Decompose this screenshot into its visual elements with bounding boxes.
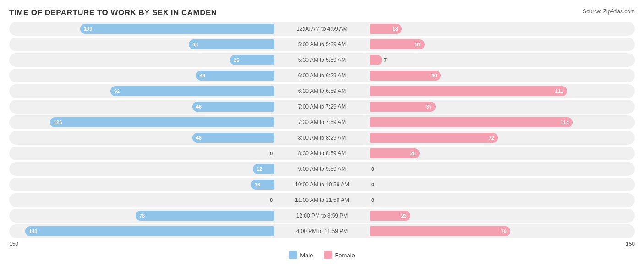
time-label: 8:30 AM to 8:59 AM <box>276 150 368 157</box>
time-label: 9:00 AM to 9:59 AM <box>276 166 368 172</box>
female-area: 40 <box>368 69 635 82</box>
female-value-label: 7 <box>384 57 387 63</box>
time-label: 10:00 AM to 10:59 AM <box>276 181 368 188</box>
female-area: 114 <box>368 115 635 129</box>
male-area: 46 <box>9 100 276 114</box>
axis-labels: 150 150 <box>9 240 635 248</box>
male-area: 126 <box>9 115 276 129</box>
female-value-label: 0 <box>371 182 374 187</box>
time-label: 12:00 PM to 3:59 PM <box>276 212 368 219</box>
male-area: 48 <box>9 38 276 51</box>
female-area: 0 <box>368 193 635 207</box>
male-bar: 48 <box>189 39 274 49</box>
chart-row: 10912:00 AM to 4:59 AM18 <box>9 22 635 36</box>
female-bar: 111 <box>370 86 567 96</box>
row-inner: 926:30 AM to 6:59 AM111 <box>9 84 635 98</box>
legend-male-box <box>289 251 297 259</box>
male-area: 109 <box>9 22 276 36</box>
time-label: 11:00 AM to 11:59 AM <box>276 197 368 203</box>
time-label: 12:00 AM to 4:59 AM <box>276 26 368 32</box>
female-area: 23 <box>368 209 635 223</box>
row-inner: 1310:00 AM to 10:59 AM0 <box>9 178 635 191</box>
male-bar: 126 <box>50 117 274 127</box>
row-inner: 467:00 AM to 7:29 AM37 <box>9 100 635 114</box>
male-area: 78 <box>9 209 276 223</box>
chart-row: 255:30 AM to 5:59 AM7 <box>9 53 635 67</box>
male-area: 13 <box>9 178 276 191</box>
male-bar: 25 <box>230 55 274 65</box>
chart-row: 1267:30 AM to 7:59 AM114 <box>9 115 635 129</box>
male-area: 140 <box>9 224 276 238</box>
female-bar: 37 <box>370 102 436 112</box>
female-bar: 18 <box>370 24 402 34</box>
chart-area: 10912:00 AM to 4:59 AM18485:00 AM to 5:2… <box>9 22 635 238</box>
female-bar: 40 <box>370 71 441 81</box>
legend-male: Male <box>289 251 313 259</box>
male-value-label: 0 <box>270 197 273 203</box>
female-area: 37 <box>368 100 635 114</box>
male-bar: 92 <box>110 86 274 96</box>
chart-row: 468:00 AM to 8:29 AM72 <box>9 131 635 145</box>
female-bar: 23 <box>370 211 410 221</box>
male-bar: 46 <box>192 102 274 112</box>
male-bar: 140 <box>25 226 274 236</box>
chart-row: 08:30 AM to 8:59 AM28 <box>9 147 635 160</box>
male-bar: 46 <box>192 133 274 143</box>
male-bar: 44 <box>196 71 274 81</box>
legend-female-box <box>324 251 332 259</box>
row-inner: 011:00 AM to 11:59 AM0 <box>9 193 635 207</box>
row-inner: 1404:00 PM to 11:59 PM79 <box>9 224 635 238</box>
row-inner: 08:30 AM to 8:59 AM28 <box>9 147 635 160</box>
chart-row: 1404:00 PM to 11:59 PM79 <box>9 224 635 238</box>
female-area: 7 <box>368 53 635 67</box>
time-label: 6:00 AM to 6:29 AM <box>276 72 368 79</box>
legend-female: Female <box>324 251 355 259</box>
legend: Male Female <box>9 251 635 259</box>
male-area: 25 <box>9 53 276 67</box>
male-bar: 78 <box>136 211 274 221</box>
chart-row: 446:00 AM to 6:29 AM40 <box>9 69 635 82</box>
source-label: Source: ZipAtlas.com <box>583 8 635 15</box>
male-area: 46 <box>9 131 276 145</box>
legend-male-label: Male <box>300 252 313 259</box>
female-bar: 28 <box>370 148 420 158</box>
female-area: 31 <box>368 38 635 51</box>
male-area: 0 <box>9 147 276 160</box>
row-inner: 446:00 AM to 6:29 AM40 <box>9 69 635 82</box>
time-label: 7:30 AM to 7:59 AM <box>276 119 368 125</box>
chart-row: 129:00 AM to 9:59 AM0 <box>9 162 635 176</box>
female-area: 0 <box>368 178 635 191</box>
female-area: 79 <box>368 224 635 238</box>
female-value-label: 0 <box>371 166 374 172</box>
chart-container: TIME OF DEPARTURE TO WORK BY SEX IN CAMD… <box>0 0 644 272</box>
chart-row: 485:00 AM to 5:29 AM31 <box>9 38 635 51</box>
row-inner: 485:00 AM to 5:29 AM31 <box>9 38 635 51</box>
axis-left: 150 <box>9 241 18 247</box>
male-bar: 12 <box>253 164 274 174</box>
row-inner: 468:00 AM to 8:29 AM72 <box>9 131 635 145</box>
female-area: 0 <box>368 162 635 176</box>
female-value-label: 0 <box>371 197 374 203</box>
time-label: 5:30 AM to 5:59 AM <box>276 57 368 63</box>
chart-row: 467:00 AM to 7:29 AM37 <box>9 100 635 114</box>
male-area: 92 <box>9 84 276 98</box>
chart-row: 011:00 AM to 11:59 AM0 <box>9 193 635 207</box>
time-label: 4:00 PM to 11:59 PM <box>276 228 368 234</box>
row-inner: 1267:30 AM to 7:59 AM114 <box>9 115 635 129</box>
female-bar: 114 <box>370 117 573 127</box>
female-area: 18 <box>368 22 635 36</box>
female-bar <box>370 55 382 65</box>
male-bar: 13 <box>251 180 274 190</box>
time-label: 5:00 AM to 5:29 AM <box>276 41 368 48</box>
chart-row: 7812:00 PM to 3:59 PM23 <box>9 209 635 223</box>
female-area: 28 <box>368 147 635 160</box>
female-bar: 79 <box>370 226 510 236</box>
male-value-label: 0 <box>270 151 273 156</box>
male-bar: 109 <box>80 24 274 34</box>
row-inner: 129:00 AM to 9:59 AM0 <box>9 162 635 176</box>
row-inner: 7812:00 PM to 3:59 PM23 <box>9 209 635 223</box>
time-label: 7:00 AM to 7:29 AM <box>276 103 368 110</box>
time-label: 8:00 AM to 8:29 AM <box>276 135 368 141</box>
chart-row: 1310:00 AM to 10:59 AM0 <box>9 178 635 191</box>
female-bar: 72 <box>370 133 498 143</box>
